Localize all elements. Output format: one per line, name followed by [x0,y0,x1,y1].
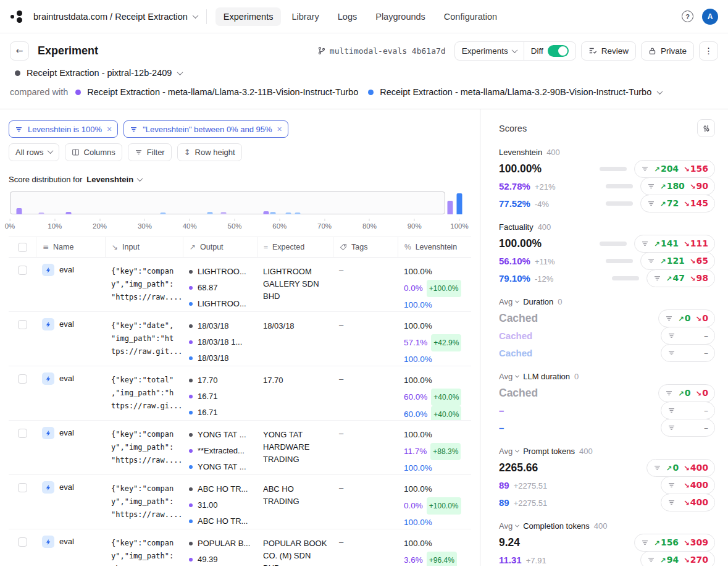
lock-icon [648,47,656,55]
braintrust-logo-icon[interactable] [10,9,25,24]
scores-settings-button[interactable] [697,119,715,137]
score-filter-button[interactable]: 0400 [646,459,715,477]
row-checkbox[interactable] [18,483,27,492]
all-rows-dropdown[interactable]: All rows [9,143,59,161]
score-filter-button[interactable]: – [661,402,715,419]
filter-icon [641,165,649,173]
filter-chip-label: "Levenshtein" between 0% and 95% [143,125,272,134]
score-filter-button[interactable]: 156309 [634,534,715,552]
distribution-dropdown[interactable]: Score distribution for Levenshtein [9,175,471,184]
close-icon[interactable]: × [277,125,282,133]
score-filter-button[interactable]: 00 [658,309,715,327]
axis-label: 90% [408,219,422,230]
column-header-input[interactable]: ↘Input [105,237,183,257]
avg-dropdown[interactable]: Avg [499,372,519,381]
axis-labels: 0%10%20%30%40%50%60%70%80%90%100% [10,216,459,229]
score-filter-button[interactable]: 141111 [634,235,715,253]
filter-chip[interactable]: "Levenshtein" between 0% and 95% × [123,120,288,138]
column-header-name[interactable]: ≡Name [36,237,105,257]
filter-icon [653,274,661,282]
histogram-selection[interactable] [10,191,445,214]
select-all-checkbox[interactable] [18,243,27,252]
table-row[interactable]: eval {"key":"compan y","img_path": "http… [9,475,471,529]
row-checkbox[interactable] [18,266,27,275]
eval-icon [42,264,54,276]
back-button[interactable]: ← [10,41,29,61]
score-value: 77.52% [499,198,530,209]
private-button[interactable]: Private [641,41,694,61]
score-filter-button[interactable]: – [661,419,715,437]
column-header-expected[interactable]: =Expected [257,237,333,257]
rows-icon: ≡ [43,243,49,251]
score-filter-button[interactable]: 72145 [640,195,715,212]
score-value: 2265.66 [499,461,538,474]
histogram-bar [38,212,44,214]
chevron-down-icon [515,448,519,453]
score-bar [612,276,639,280]
table-row[interactable]: eval {"key":"compan y","img_path": "http… [9,529,471,566]
score-filter-button[interactable]: – [661,327,715,345]
table-row[interactable]: eval {"key":"compan y","img_path": "http… [9,258,471,312]
nav-tab[interactable]: Library [283,7,327,26]
review-button[interactable]: Review [581,41,636,61]
axis-label: 40% [183,219,197,230]
table-row[interactable]: eval {"key":"total" ,"img_path":"h ttps:… [9,366,471,421]
score-filter-button[interactable]: 94270 [640,551,715,566]
histogram-bar [457,193,462,214]
row-checkbox[interactable] [18,320,27,329]
breadcrumb[interactable]: braintrustdata.com / Receipt Extraction [33,12,198,22]
diff-toggle[interactable] [548,45,569,57]
score-filter-button[interactable]: 204156 [634,160,715,178]
nav-tab[interactable]: Configuration [436,7,505,26]
score-filter-button[interactable]: 400 [661,494,715,511]
compared-with-row[interactable]: compared with Receipt Extraction - meta-… [10,87,718,97]
avg-dropdown[interactable]: Avg [499,521,519,531]
score-filter-button[interactable]: 18090 [640,177,715,195]
filter-chip[interactable]: Levenshtein is 100% × [9,120,118,138]
baseline1-dot-icon [189,449,193,453]
experiments-diff-group: Experiments Diff [454,41,576,61]
score-filter-button[interactable]: 4798 [646,269,715,287]
score-value: 89 [499,480,509,490]
column-header-output[interactable]: ↗Output [183,237,257,257]
help-icon[interactable]: ? [682,11,693,22]
column-header-levenshtein[interactable]: %Levenshtein [398,237,471,257]
output-cell: POPULAR B... 49.39 [183,536,257,566]
baseline1-dot-icon [189,286,193,290]
nav-tab[interactable]: Playgrounds [367,7,433,26]
score-bar [606,201,633,206]
score-filter-button[interactable]: – [661,344,715,362]
experiments-dropdown[interactable]: Experiments [455,42,524,60]
columns-button[interactable]: Columns [65,143,122,161]
close-icon[interactable]: × [107,125,112,133]
input-cell: {"key":"total" ,"img_path":"h ttps://raw… [105,372,183,420]
filter-icon [667,498,676,507]
score-section: Levenshtein 400 100.00% 204156 [499,148,715,212]
nav-tab[interactable]: Experiments [215,7,282,26]
expected-cell: ABC HO TRADING [257,481,333,529]
tags-cell: – [333,372,398,420]
avg-dropdown[interactable]: Avg [499,297,519,306]
filter-button[interactable]: Filter [128,143,172,161]
nav-tab[interactable]: Logs [330,7,365,26]
chevron-down-icon [515,523,519,528]
primary-experiment-dropdown[interactable]: Receipt Extraction - pixtral-12b-2409 [10,68,718,78]
table-row[interactable]: eval {"key":"date", "img_path":"ht tps:/… [9,312,471,366]
table-row[interactable]: eval {"key":"compan y","img_path": "http… [9,421,471,475]
row-checkbox[interactable] [18,537,27,547]
score-filter-button[interactable]: 400 [661,476,715,494]
row-height-button[interactable]: ↕ Row height [177,143,242,161]
tag-icon [340,243,347,251]
row-checkbox[interactable] [18,374,27,384]
avatar[interactable]: A [702,9,718,25]
score-filter-button[interactable]: 12165 [640,252,715,270]
more-button[interactable]: ⋮ [699,41,718,61]
column-header-tags[interactable]: Tags [333,237,398,257]
row-checkbox[interactable] [18,429,27,438]
score-cell: 100.0% 60.0%+40.0% 60.0%+40.0% [398,372,471,420]
avg-dropdown[interactable]: Avg [499,447,519,456]
score-count: 0 [558,297,562,306]
score-name: Duration [523,297,553,306]
score-filter-button[interactable]: 00 [658,384,715,402]
filter-icon [135,148,143,156]
